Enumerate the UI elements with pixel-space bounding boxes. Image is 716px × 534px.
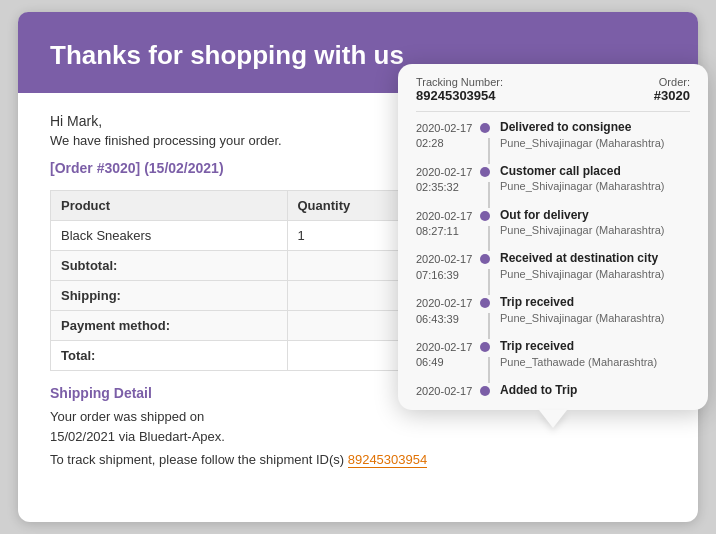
- tracking-time: 2020-02-1706:43:39: [416, 295, 480, 327]
- popup-order-section: Order: #3020: [654, 76, 690, 103]
- tracking-event: Out for delivery: [500, 208, 698, 224]
- order-number-value: #3020: [654, 88, 690, 103]
- tracking-location: Pune_Shivajinagar (Maharashtra): [500, 267, 698, 281]
- tracking-number-value: 89245303954: [416, 88, 503, 103]
- tracking-item: 2020-02-1708:27:11 Out for delivery Pune…: [416, 208, 698, 240]
- tracking-location: Pune_Shivajinagar (Maharashtra): [500, 179, 698, 193]
- tracking-item: 2020-02-1706:43:39 Trip received Pune_Sh…: [416, 295, 698, 327]
- tracking-number-label: Tracking Number:: [416, 76, 503, 88]
- main-card: Thanks for shopping with us Hi Mark, We …: [18, 12, 698, 522]
- tracking-time: 2020-02-1707:16:39: [416, 251, 480, 283]
- order-label: Order:: [654, 76, 690, 88]
- tracking-dot: [480, 254, 490, 264]
- tracking-event: Trip received: [500, 339, 698, 355]
- tracking-location: Pune_Tathawde_H (Maharashtra): [500, 398, 698, 400]
- tracking-popup: Tracking Number: 89245303954 Order: #302…: [398, 64, 708, 410]
- tracking-item: 2020-02-1707:16:39 Received at destinati…: [416, 251, 698, 283]
- tracking-dot: [480, 123, 490, 133]
- tracking-info: Trip received Pune_Tathawade (Maharashtr…: [500, 339, 698, 369]
- tracking-event: Received at destination city: [500, 251, 698, 267]
- tracking-event: Customer call placed: [500, 164, 698, 180]
- tracking-event: Trip received: [500, 295, 698, 311]
- shipping-text-1: Your order was shipped on 15/02/2021 via…: [50, 407, 666, 446]
- tracking-item: 2020-02-1702:35:32 Customer call placed …: [416, 164, 698, 196]
- tracking-time: 2020-02-1702:28: [416, 120, 480, 152]
- payment-label: Payment method:: [51, 311, 288, 341]
- tracking-dot: [480, 167, 490, 177]
- col-product: Product: [51, 191, 288, 221]
- tracking-dot: [480, 298, 490, 308]
- tracking-info: Customer call placed Pune_Shivajinagar (…: [500, 164, 698, 194]
- tracking-info: Trip received Pune_Shivajinagar (Maharas…: [500, 295, 698, 325]
- popup-tracking-section: Tracking Number: 89245303954: [416, 76, 503, 103]
- tracking-info: Received at destination city Pune_Shivaj…: [500, 251, 698, 281]
- tracking-dot: [480, 211, 490, 221]
- tracking-time: 2020-02-1702:35:32: [416, 164, 480, 196]
- tracking-event: Added to Trip: [500, 383, 698, 399]
- tracking-info: Out for delivery Pune_Shivajinagar (Maha…: [500, 208, 698, 238]
- tracking-item: 2020-02-1704:54:10 Added to Trip Pune_Ta…: [416, 383, 698, 400]
- tracking-info: Added to Trip Pune_Tathawde_H (Maharasht…: [500, 383, 698, 400]
- popup-tail: [539, 410, 567, 428]
- tracking-time: 2020-02-1704:54:10: [416, 383, 480, 400]
- popup-divider: [416, 111, 690, 112]
- tracking-location: Pune_Shivajinagar (Maharashtra): [500, 223, 698, 237]
- tracking-location: Pune_Tathawade (Maharashtra): [500, 355, 698, 369]
- shipping-text-2: To track shipment, please follow the shi…: [50, 450, 666, 470]
- tracking-info: Delivered to consignee Pune_Shivajinagar…: [500, 120, 698, 150]
- tracking-item: 2020-02-1702:28 Delivered to consignee P…: [416, 120, 698, 152]
- tracking-dot: [480, 342, 490, 352]
- tracking-link[interactable]: 89245303954: [348, 452, 428, 468]
- tracking-dot: [480, 386, 490, 396]
- tracking-list: 2020-02-1702:28 Delivered to consignee P…: [398, 120, 708, 400]
- subtotal-label: Subtotal:: [51, 251, 288, 281]
- tracking-location: Pune_Shivajinagar (Maharashtra): [500, 136, 698, 150]
- tracking-event: Delivered to consignee: [500, 120, 698, 136]
- tracking-time: 2020-02-1708:27:11: [416, 208, 480, 240]
- popup-header: Tracking Number: 89245303954 Order: #302…: [398, 64, 708, 111]
- total-label: Total:: [51, 341, 288, 371]
- tracking-location: Pune_Shivajinagar (Maharashtra): [500, 311, 698, 325]
- tracking-time: 2020-02-1706:49: [416, 339, 480, 371]
- tracking-item: 2020-02-1706:49 Trip received Pune_Tatha…: [416, 339, 698, 371]
- product-name: Black Sneakers: [51, 221, 288, 251]
- shipping-label: Shipping:: [51, 281, 288, 311]
